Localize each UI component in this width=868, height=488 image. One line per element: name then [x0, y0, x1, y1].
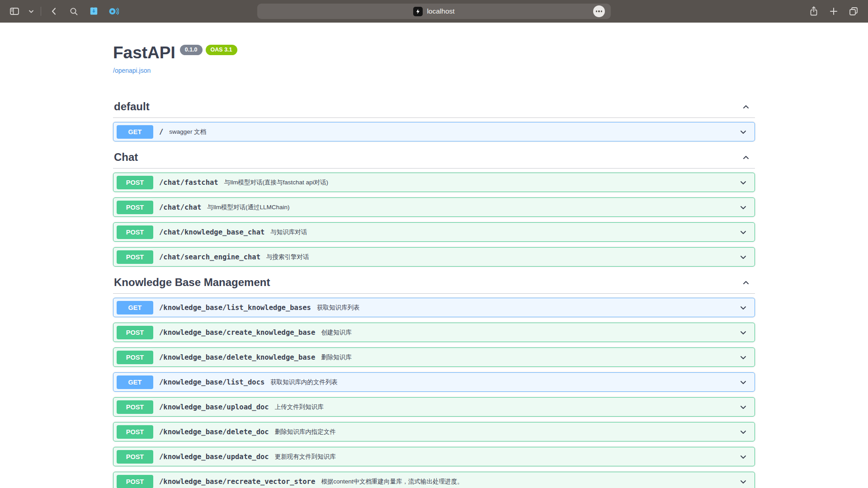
method-badge: POST — [117, 475, 153, 488]
endpoint-description: 与搜索引擎对话 — [266, 253, 309, 261]
endpoint-expand-chevron-down-icon[interactable] — [739, 228, 748, 237]
endpoint-description: 删除知识库 — [321, 353, 352, 361]
more-options-icon[interactable] — [593, 5, 605, 17]
site-favicon-bolt-icon — [413, 7, 423, 16]
endpoint-description: 根据content中文档重建向量库，流式输出处理进度。 — [321, 478, 463, 486]
endpoint-expand-chevron-down-icon[interactable] — [739, 328, 748, 337]
method-badge: POST — [117, 450, 153, 464]
endpoint-row[interactable]: POST /knowledge_base/create_knowledge_ba… — [113, 323, 755, 342]
endpoint-description: 创建知识库 — [321, 328, 352, 337]
browser-toolbar: localhost — [0, 0, 868, 23]
endpoint-description: 更新现有文件到知识库 — [275, 453, 336, 461]
new-tab-icon[interactable] — [826, 5, 841, 18]
section-header[interactable]: Chat — [113, 151, 755, 169]
endpoint-row[interactable]: POST /chat/chat 与llm模型对话(通过LLMChain) — [113, 197, 755, 217]
endpoint-description: 与知识库对话 — [270, 228, 307, 236]
section-collapse-chevron-up-icon[interactable] — [741, 102, 750, 111]
endpoint-path: /chat/knowledge_base_chat — [159, 228, 264, 236]
endpoint-path: /knowledge_base/list_knowledge_bases — [159, 304, 311, 312]
endpoint-description: 与llm模型对话(直接与fastchat api对话) — [224, 178, 328, 187]
endpoint-row[interactable]: POST /knowledge_base/recreate_vector_sto… — [113, 472, 755, 488]
endpoint-expand-chevron-down-icon[interactable] — [739, 203, 748, 212]
openapi-spec-link[interactable]: /openapi.json — [113, 67, 151, 74]
sidebar-chevron-down-icon[interactable] — [27, 5, 35, 18]
endpoint-row[interactable]: POST /knowledge_base/delete_knowledge_ba… — [113, 347, 755, 367]
endpoint-row[interactable]: POST /chat/knowledge_base_chat 与知识库对话 — [113, 222, 755, 242]
endpoint-expand-chevron-down-icon[interactable] — [739, 303, 748, 312]
address-bar-content: localhost — [413, 7, 454, 16]
method-badge: POST — [117, 176, 153, 189]
api-sections: default GET / swagger 文档 Chat POST /chat… — [113, 100, 755, 488]
endpoint-expand-chevron-down-icon[interactable] — [739, 127, 748, 136]
endpoint-description: 获取知识库内的文件列表 — [270, 378, 338, 386]
method-badge: POST — [117, 400, 153, 414]
version-badge: 0.1.0 — [180, 45, 203, 55]
endpoint-path: /chat/fastchat — [159, 178, 218, 187]
endpoint-expand-chevron-down-icon[interactable] — [739, 378, 748, 387]
search-icon[interactable] — [66, 5, 81, 18]
section-endpoints: GET / swagger 文档 — [113, 122, 755, 141]
endpoint-expand-chevron-down-icon[interactable] — [739, 403, 748, 412]
endpoint-row[interactable]: POST /chat/fastchat 与llm模型对话(直接与fastchat… — [113, 173, 755, 192]
extension-bookmark-icon[interactable] — [86, 5, 101, 18]
endpoint-path: /knowledge_base/list_docs — [159, 378, 264, 386]
section-collapse-chevron-up-icon[interactable] — [741, 278, 750, 287]
endpoint-description: 删除知识库内指定文件 — [275, 428, 336, 436]
endpoint-row[interactable]: POST /knowledge_base/upload_doc 上传文件到知识库 — [113, 397, 755, 417]
sidebar-icon[interactable] — [7, 5, 22, 18]
method-badge: POST — [117, 351, 153, 364]
extension-ripple-star-icon[interactable] — [106, 5, 121, 18]
toolbar-right-group — [807, 5, 861, 18]
endpoint-expand-chevron-down-icon[interactable] — [739, 353, 748, 362]
endpoint-expand-chevron-down-icon[interactable] — [739, 452, 748, 461]
endpoint-expand-chevron-down-icon[interactable] — [739, 253, 748, 262]
endpoint-row[interactable]: POST /chat/search_engine_chat 与搜索引擎对话 — [113, 247, 755, 267]
method-badge: POST — [117, 201, 153, 214]
endpoint-path: /chat/search_engine_chat — [159, 253, 260, 261]
endpoint-path: /knowledge_base/create_knowledge_base — [159, 328, 315, 337]
endpoint-row[interactable]: GET /knowledge_base/list_knowledge_bases… — [113, 298, 755, 317]
toolbar-divider — [41, 7, 41, 16]
method-badge: POST — [117, 326, 153, 339]
section-collapse-chevron-up-icon[interactable] — [741, 153, 750, 162]
api-section: Chat POST /chat/fastchat 与llm模型对话(直接与fas… — [113, 151, 755, 267]
share-icon[interactable] — [807, 5, 821, 18]
endpoint-description: 上传文件到知识库 — [275, 403, 324, 411]
toolbar-left-group — [7, 5, 121, 18]
section-title: Knowledge Base Management — [114, 276, 270, 289]
api-section: default GET / swagger 文档 — [113, 100, 755, 141]
swagger-page: FastAPI 0.1.0 OAS 3.1 /openapi.json defa… — [0, 23, 868, 488]
page-title: FastAPI 0.1.0 OAS 3.1 — [113, 43, 755, 62]
method-badge: POST — [117, 250, 153, 264]
endpoint-path: /knowledge_base/upload_doc — [159, 403, 269, 411]
endpoint-path: /knowledge_base/update_doc — [159, 453, 269, 461]
endpoint-path: /knowledge_base/delete_knowledge_base — [159, 353, 315, 361]
endpoint-description: 获取知识库列表 — [317, 304, 360, 312]
api-title-text: FastAPI — [113, 43, 175, 62]
endpoint-expand-chevron-down-icon[interactable] — [739, 477, 748, 486]
endpoint-path: /knowledge_base/recreate_vector_store — [159, 478, 315, 486]
section-header[interactable]: Knowledge Base Management — [113, 276, 755, 294]
method-badge: GET — [117, 375, 153, 389]
endpoint-path: / — [159, 128, 163, 136]
endpoint-row[interactable]: POST /knowledge_base/delete_doc 删除知识库内指定… — [113, 422, 755, 441]
url-text: localhost — [427, 7, 454, 15]
section-endpoints: POST /chat/fastchat 与llm模型对话(直接与fastchat… — [113, 173, 755, 267]
tab-overview-icon[interactable] — [846, 5, 861, 18]
endpoint-description: swagger 文档 — [169, 128, 206, 136]
endpoint-description: 与llm模型对话(通过LLMChain) — [207, 203, 289, 211]
section-title: Chat — [114, 151, 138, 164]
endpoint-row[interactable]: POST /knowledge_base/update_doc 更新现有文件到知… — [113, 447, 755, 466]
endpoint-row[interactable]: GET /knowledge_base/list_docs 获取知识库内的文件列… — [113, 372, 755, 392]
endpoint-expand-chevron-down-icon[interactable] — [739, 178, 748, 187]
back-icon[interactable] — [47, 5, 61, 18]
address-bar[interactable]: localhost — [257, 4, 611, 19]
method-badge: GET — [117, 125, 153, 139]
api-info: FastAPI 0.1.0 OAS 3.1 /openapi.json — [113, 43, 755, 75]
endpoint-row[interactable]: GET / swagger 文档 — [113, 122, 755, 141]
section-endpoints: GET /knowledge_base/list_knowledge_bases… — [113, 298, 755, 488]
endpoint-expand-chevron-down-icon[interactable] — [739, 427, 748, 436]
oas-badge: OAS 3.1 — [206, 45, 237, 55]
method-badge: POST — [117, 225, 153, 239]
section-header[interactable]: default — [113, 100, 755, 118]
